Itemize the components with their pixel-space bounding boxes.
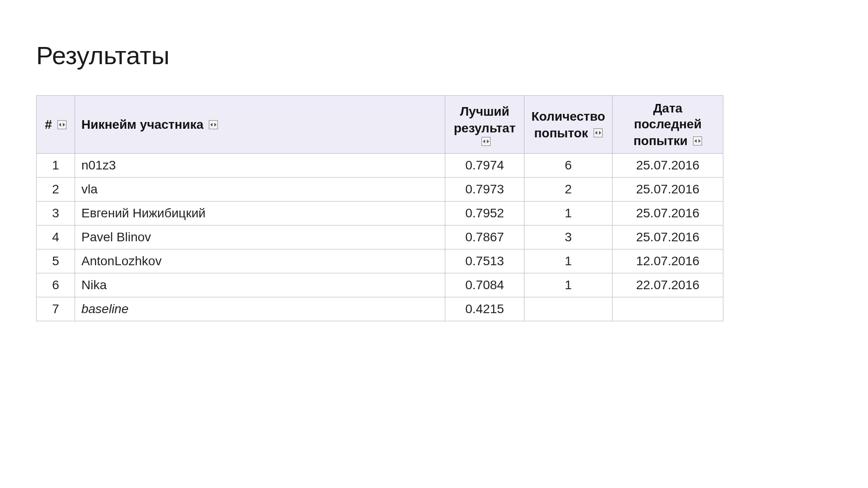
cell-rank: 7 xyxy=(37,297,75,321)
cell-rank: 3 xyxy=(37,202,75,225)
table-row: 3Евгений Нижибицкий0.7952125.07.2016 xyxy=(37,202,723,225)
cell-nickname: AntonLozhkov xyxy=(75,249,445,273)
cell-best: 0.7974 xyxy=(445,154,524,178)
cell-nickname: Pavel Blinov xyxy=(75,225,445,249)
table-row: 5AntonLozhkov0.7513112.07.2016 xyxy=(37,249,723,273)
cell-attempts: 1 xyxy=(524,273,613,297)
cell-date: 25.07.2016 xyxy=(613,202,723,225)
header-nickname[interactable]: Никнейм участника xyxy=(75,96,445,154)
header-rank-label: # xyxy=(45,117,52,132)
cell-attempts xyxy=(524,297,613,321)
cell-best: 0.7867 xyxy=(445,225,524,249)
cell-attempts: 1 xyxy=(524,249,613,273)
cell-nickname: Nika xyxy=(75,273,445,297)
cell-nickname: n01z3 xyxy=(75,154,445,178)
cell-best: 0.7973 xyxy=(445,178,524,202)
cell-attempts: 1 xyxy=(524,202,613,225)
cell-best: 0.7952 xyxy=(445,202,524,225)
cell-nickname: vla xyxy=(75,178,445,202)
sort-icon[interactable] xyxy=(57,120,66,129)
cell-attempts: 6 xyxy=(524,154,613,178)
table-body: 1n01z30.7974625.07.20162vla0.7973225.07.… xyxy=(37,154,723,321)
table-row: 7baseline0.4215 xyxy=(37,297,723,321)
header-rank[interactable]: # xyxy=(37,96,75,154)
header-best-line2: результат xyxy=(454,120,516,136)
results-table: # Никнейм участника Лучший результат xyxy=(36,95,723,321)
cell-nickname: Евгений Нижибицкий xyxy=(75,202,445,225)
cell-date: 25.07.2016 xyxy=(613,178,723,202)
sort-icon[interactable] xyxy=(481,137,491,146)
cell-rank: 5 xyxy=(37,249,75,273)
cell-rank: 4 xyxy=(37,225,75,249)
cell-nickname: baseline xyxy=(75,297,445,321)
header-attempts-line1: Количество xyxy=(531,108,605,124)
sort-icon[interactable] xyxy=(209,120,218,129)
cell-rank: 2 xyxy=(37,178,75,202)
table-row: 6Nika0.7084122.07.2016 xyxy=(37,273,723,297)
table-header-row: # Никнейм участника Лучший результат xyxy=(37,96,723,154)
cell-rank: 1 xyxy=(37,154,75,178)
header-last-date[interactable]: Дата последней попытки xyxy=(613,96,723,154)
cell-best: 0.7513 xyxy=(445,249,524,273)
header-best-line1: Лучший xyxy=(460,103,509,119)
cell-date xyxy=(613,297,723,321)
table-row: 2vla0.7973225.07.2016 xyxy=(37,178,723,202)
header-attempts-line2: попыток xyxy=(534,125,588,141)
cell-rank: 6 xyxy=(37,273,75,297)
cell-attempts: 2 xyxy=(524,178,613,202)
cell-best: 0.7084 xyxy=(445,273,524,297)
header-nickname-label: Никнейм участника xyxy=(81,117,203,132)
header-date-line1: Дата последней xyxy=(619,100,717,132)
sort-icon[interactable] xyxy=(594,128,603,137)
cell-best: 0.4215 xyxy=(445,297,524,321)
sort-icon[interactable] xyxy=(693,136,702,145)
header-best-result[interactable]: Лучший результат xyxy=(445,96,524,154)
table-row: 4Pavel Blinov0.7867325.07.2016 xyxy=(37,225,723,249)
cell-date: 25.07.2016 xyxy=(613,225,723,249)
page-title: Результаты xyxy=(36,41,832,70)
cell-date: 25.07.2016 xyxy=(613,154,723,178)
cell-date: 12.07.2016 xyxy=(613,249,723,273)
cell-attempts: 3 xyxy=(524,225,613,249)
table-row: 1n01z30.7974625.07.2016 xyxy=(37,154,723,178)
header-attempts[interactable]: Количество попыток xyxy=(524,96,613,154)
cell-date: 22.07.2016 xyxy=(613,273,723,297)
header-date-line2: попытки xyxy=(633,133,688,149)
